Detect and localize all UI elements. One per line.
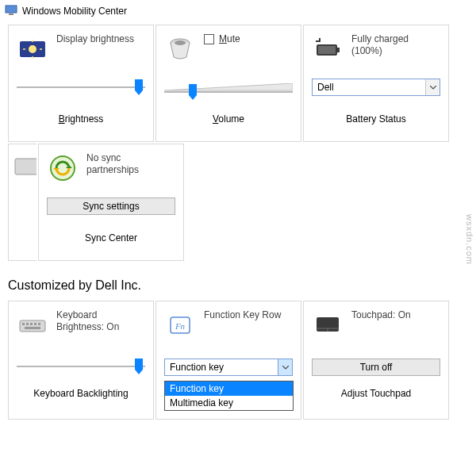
fnrow-dropdown[interactable]: Function key Multimedia key — [164, 381, 294, 411]
keyboard-footer: Keyboard Backlighting — [9, 379, 153, 406]
touchpad-turnoff-button[interactable]: Turn off — [312, 359, 440, 376]
svg-rect-1 — [9, 13, 13, 15]
battery-footer: Battery Status — [304, 105, 448, 132]
brightness-footer: Brightness — [9, 105, 153, 132]
touchpad-icon — [312, 309, 344, 341]
svg-marker-11 — [164, 83, 293, 90]
svg-point-3 — [29, 45, 36, 53]
tile-display-brightness: Display brightness Brightness — [8, 25, 154, 142]
chevron-down-icon[interactable] — [425, 79, 440, 95]
fnrow-option-function-key[interactable]: Function key — [165, 382, 293, 396]
tile-volume: Mute Volume — [155, 25, 301, 142]
svg-marker-27 — [135, 359, 143, 374]
display-icon — [13, 152, 36, 184]
svg-rect-24 — [34, 323, 36, 325]
tiles-primary: Display brightness Brightness Mute — [0, 21, 476, 264]
app-icon — [5, 3, 17, 18]
fnrow-combo[interactable]: Function key — [164, 359, 293, 376]
tile-partial-overflow — [8, 144, 36, 261]
svg-text:Fn: Fn — [175, 321, 186, 331]
tile-function-key-row: Fn Function Key Row Function key Functio… — [155, 301, 301, 420]
touchpad-label: Touchpad: On — [351, 309, 411, 321]
sync-footer: Sync Center — [39, 224, 183, 251]
svg-rect-22 — [26, 323, 29, 325]
svg-rect-0 — [6, 6, 17, 13]
fn-key-icon: Fn — [164, 309, 196, 341]
svg-rect-15 — [318, 46, 336, 54]
watermark: wsxdn.com — [465, 214, 474, 265]
sync-label: No sync partnerships — [86, 152, 175, 176]
touchpad-footer: Adjust Touchpad — [304, 379, 448, 406]
window-title: Windows Mobility Center — [22, 6, 127, 17]
tile-sync-center: No sync partnerships Sync settings Sync … — [38, 144, 184, 261]
volume-slider[interactable] — [164, 78, 293, 97]
keyboard-brightness-slider[interactable] — [17, 357, 145, 376]
power-plan-value: Dell — [317, 82, 334, 93]
keyboard-icon — [17, 309, 48, 341]
svg-marker-12 — [189, 84, 197, 100]
titlebar: Windows Mobility Center — [0, 0, 476, 21]
fnrow-combo-value: Function key — [170, 362, 224, 373]
fnrow-option-multimedia-key[interactable]: Multimedia key — [165, 396, 293, 410]
chevron-down-icon[interactable] — [278, 359, 292, 375]
tile-touchpad: Touchpad: On Turn off Adjust Touchpad — [303, 301, 449, 420]
svg-point-10 — [175, 40, 186, 45]
sync-settings-button[interactable]: Sync settings — [47, 197, 175, 215]
brightness-slider[interactable] — [17, 78, 145, 97]
svg-rect-16 — [15, 159, 36, 174]
svg-rect-14 — [337, 48, 340, 52]
svg-marker-8 — [135, 79, 143, 95]
fnrow-label: Function Key Row — [204, 309, 281, 321]
tiles-customized: Keyboard Brightness: On Keyboard Backlig… — [0, 299, 476, 423]
brightness-label: Display brightness — [56, 33, 134, 45]
volume-footer: Volume — [156, 105, 301, 132]
keyboard-label: Keyboard Brightness: On — [56, 309, 145, 333]
speaker-icon — [164, 33, 196, 65]
tile-keyboard-backlight: Keyboard Brightness: On Keyboard Backlig… — [8, 301, 154, 420]
power-plan-combo[interactable]: Dell — [312, 79, 440, 96]
customized-header: Customized by Dell Inc. — [0, 264, 476, 299]
brightness-icon — [17, 33, 48, 65]
svg-rect-26 — [25, 327, 40, 329]
tile-battery: Fully charged (100%) Dell Battery Status — [303, 25, 449, 142]
svg-rect-23 — [30, 323, 33, 325]
svg-rect-21 — [22, 323, 25, 325]
battery-icon — [312, 33, 344, 65]
battery-label: Fully charged (100%) — [351, 33, 440, 57]
svg-rect-20 — [20, 320, 45, 332]
svg-rect-25 — [38, 323, 40, 325]
sync-icon — [47, 152, 79, 184]
mute-checkbox[interactable]: Mute — [204, 33, 240, 44]
